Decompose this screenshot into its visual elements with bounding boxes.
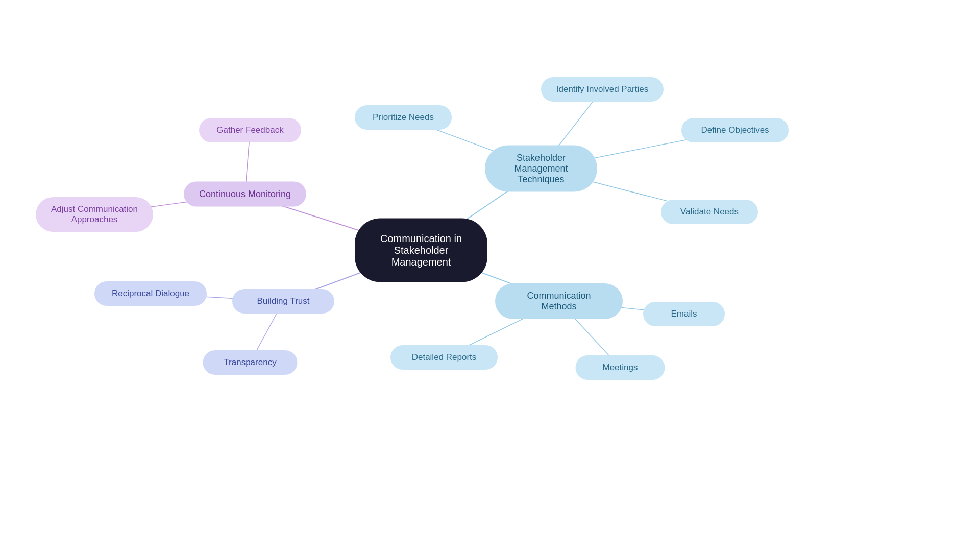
identify-parties-node: Identify Involved Parties — [541, 77, 664, 102]
detailed-reports-node: Detailed Reports — [390, 345, 498, 370]
emails-node: Emails — [643, 302, 725, 326]
continuous-monitoring-node: Continuous Monitoring — [184, 182, 306, 207]
center-node: Communication in StakeholderManagement — [355, 219, 487, 282]
building-trust-node: Building Trust — [232, 289, 334, 314]
define-objectives-node: Define Objectives — [681, 118, 789, 142]
meetings-node: Meetings — [576, 355, 665, 380]
stakeholder-mgmt-node: Stakeholder ManagementTechniques — [485, 146, 597, 192]
connection-lines — [0, 0, 980, 553]
gather-feedback-node: Gather Feedback — [199, 118, 301, 142]
comm-methods-node: Communication Methods — [495, 283, 623, 319]
transparency-node: Transparency — [203, 350, 298, 375]
validate-needs-node: Validate Needs — [661, 200, 758, 224]
prioritize-needs-node: Prioritize Needs — [355, 105, 452, 130]
adjust-comm-node: Adjust CommunicationApproaches — [36, 197, 153, 232]
mindmap-canvas: Communication in StakeholderManagement S… — [0, 0, 980, 553]
reciprocal-dialogue-node: Reciprocal Dialogue — [94, 281, 207, 306]
